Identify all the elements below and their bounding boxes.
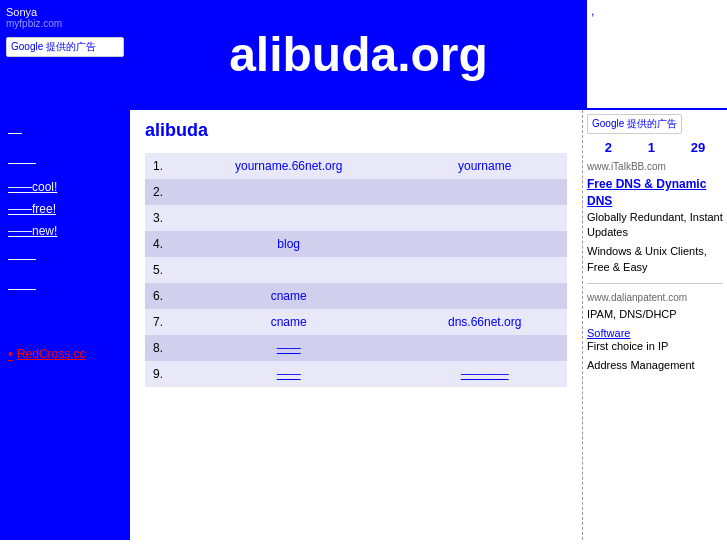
row-num: 2. [145,179,175,205]
table-row: 3. [145,205,567,231]
right-ad-1-title[interactable]: Free DNS & Dynamic DNS [587,177,706,208]
top-ad-center: alibuda.org [130,0,587,108]
row-col1 [175,179,402,205]
right-ad-2-text1: IPAM, DNS/DHCP [587,307,723,322]
top-ad-banner: Sonya myfpbiz.com Google 提供的广告 alibuda.o… [0,0,727,110]
row-col1 [175,205,402,231]
row-col2 [402,179,567,205]
google-badge-right: Google 提供的广告 [587,114,682,134]
main-layout: — —— ——cool! ——free! ——new! —— —— • RedC… [0,110,727,540]
site-title[interactable]: alibuda.org [229,27,488,82]
dns-table: 1.yourname.66net.orgyourname2.3.4.blog5.… [145,153,567,387]
ad-name: Sonya [6,6,124,18]
row-col1: blog [175,231,402,257]
table-row: 6.cname [145,283,567,309]
row-col1 [175,257,402,283]
sidebar-link-cool[interactable]: ——cool! [8,180,122,194]
right-num-1: 2 [605,140,612,155]
right-ad-1-text1: Globally Redundant, Instant Updates [587,210,723,241]
row-num: 8. [145,335,175,361]
sidebar-dash-2: —— [8,154,122,170]
row-col2 [402,335,567,361]
row-col1: —— [175,335,402,361]
top-ad-right: , [587,0,727,108]
row-col1: cname [175,283,402,309]
table-row: 8.—— [145,335,567,361]
top-ad-left: Sonya myfpbiz.com Google 提供的广告 [0,0,130,108]
center-title: alibuda [145,120,567,141]
bullet-icon: • [8,346,13,362]
row-num: 1. [145,153,175,179]
table-row: 4.blog [145,231,567,257]
sidebar-dash-1: — [8,124,122,140]
right-ad-1-text2: Windows & Unix Clients, Free & Easy [587,244,723,275]
row-col1: yourname.66net.org [175,153,402,179]
sidebar-dash-4: —— [8,280,122,296]
sidebar-link-new[interactable]: ——new! [8,224,122,238]
row-col2: dns.66net.org [402,309,567,335]
row-num: 7. [145,309,175,335]
right-num-2: 1 [648,140,655,155]
row-col2: ———— [402,361,567,387]
row-num: 6. [145,283,175,309]
row-col2 [402,283,567,309]
site-subtitle: , [587,0,727,22]
redcross-link[interactable]: • RedCross.cc [8,346,122,362]
row-col2 [402,205,567,231]
table-row: 2. [145,179,567,205]
right-ad-2-link[interactable]: Software [587,327,723,339]
row-col2 [402,231,567,257]
sidebar-link-free[interactable]: ——free! [8,202,122,216]
table-row: 5. [145,257,567,283]
row-num: 3. [145,205,175,231]
row-num: 4. [145,231,175,257]
row-col2: yourname [402,153,567,179]
right-sidebar: Google 提供的广告 2 1 29 www.iTalkBB.com Free… [582,110,727,540]
table-row: 1.yourname.66net.orgyourname [145,153,567,179]
google-badge-top-left: Google 提供的广告 [6,37,124,57]
right-divider-1 [587,283,723,284]
sidebar-dash-3: —— [8,250,122,266]
left-sidebar: — —— ——cool! ——free! ——new! —— —— • RedC… [0,110,130,540]
row-col2 [402,257,567,283]
right-ad-2-text3: Address Management [587,358,723,373]
row-col1: cname [175,309,402,335]
right-site-1[interactable]: www.iTalkBB.com [587,161,723,172]
right-numbers: 2 1 29 [587,140,723,155]
table-row: 7.cnamedns.66net.org [145,309,567,335]
right-site-2[interactable]: www.dalianpatent.com [587,292,723,303]
right-ad-2-text2: First choice in IP [587,339,723,354]
table-row: 9.—————— [145,361,567,387]
redcross-label[interactable]: RedCross.cc [17,347,86,361]
right-num-3: 29 [691,140,705,155]
row-num: 9. [145,361,175,387]
row-num: 5. [145,257,175,283]
center-content: alibuda 1.yourname.66net.orgyourname2.3.… [130,110,582,540]
row-col1: —— [175,361,402,387]
ad-url[interactable]: myfpbiz.com [6,18,124,29]
sidebar-bottom [8,368,122,530]
